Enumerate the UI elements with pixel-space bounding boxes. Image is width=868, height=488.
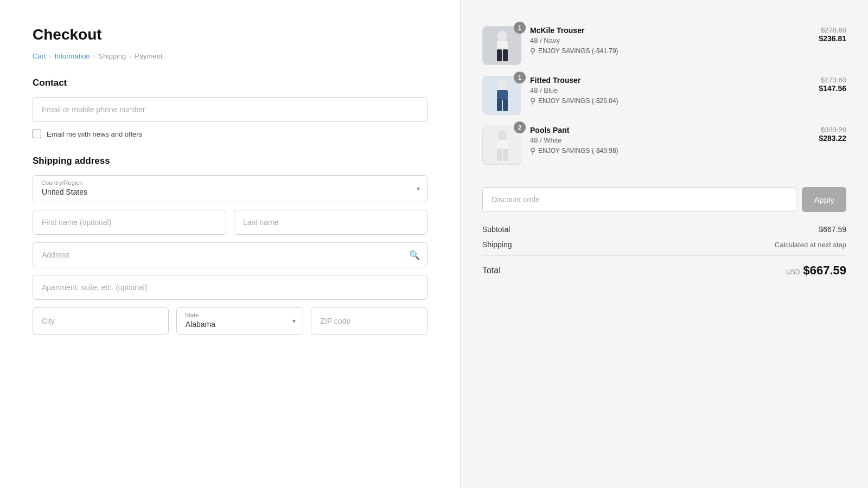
svg-rect-14: [503, 149, 508, 161]
shipping-section-title: Shipping address: [33, 156, 427, 166]
zip-input[interactable]: [311, 307, 427, 335]
item-img-wrapper-2: 1: [482, 76, 521, 115]
item-price-3: $333.20 $283.22: [819, 126, 846, 143]
breadcrumb: Cart › Information › Shipping › Payment: [33, 52, 427, 60]
breadcrumb-payment: Payment: [135, 52, 162, 60]
svg-rect-12: [497, 140, 508, 150]
savings-icon-2: ⚲: [530, 97, 535, 105]
item-discounted-price-3: $283.22: [819, 134, 846, 143]
item-original-price-1: $278.60: [819, 26, 846, 34]
subtotal-row: Subtotal $667.59: [482, 225, 846, 234]
discount-input[interactable]: [482, 187, 796, 212]
newsletter-label[interactable]: Email me with news and offers: [47, 130, 142, 138]
item-badge-3: 2: [514, 121, 526, 133]
total-label: Total: [482, 266, 501, 275]
svg-rect-9: [503, 99, 508, 111]
order-item-1: 1 McKile Trouser 48 / Navy ⚲ ENJOY SAVIN…: [482, 26, 846, 65]
item-name-3: Pools Pant: [530, 126, 810, 134]
state-select[interactable]: Alabama Alaska Arizona California: [176, 307, 304, 335]
page-title: Checkout: [33, 26, 427, 43]
item-variant-3: 48 / White: [530, 136, 810, 144]
name-row: [33, 210, 427, 235]
city-input[interactable]: [33, 307, 169, 335]
svg-point-6: [497, 80, 507, 91]
svg-rect-2: [497, 41, 508, 50]
total-row: Total USD $667.59: [482, 255, 846, 278]
svg-point-11: [497, 130, 507, 141]
svg-rect-13: [497, 149, 502, 161]
item-name-2: Fitted Trouser: [530, 76, 810, 85]
item-savings-1: ⚲ ENJOY SAVINGS (-$41.79): [530, 47, 810, 55]
address-search-icon: 🔍: [409, 250, 420, 260]
svg-rect-3: [497, 49, 502, 61]
left-panel: Checkout Cart › Information › Shipping ›…: [0, 0, 460, 488]
order-items-list: 1 McKile Trouser 48 / Navy ⚲ ENJOY SAVIN…: [482, 26, 846, 165]
newsletter-checkbox[interactable]: [33, 130, 41, 138]
breadcrumb-cart[interactable]: Cart: [33, 52, 46, 60]
item-price-2: $173.60 $147.56: [819, 76, 846, 93]
breadcrumb-sep-2: ›: [93, 53, 95, 60]
svg-rect-4: [503, 49, 508, 61]
address-input[interactable]: [33, 242, 427, 267]
item-details-2: Fitted Trouser 48 / Blue ⚲ ENJOY SAVINGS…: [530, 76, 810, 105]
item-price-1: $278.60 $236.81: [819, 26, 846, 43]
item-discounted-price-2: $147.56: [819, 84, 846, 93]
savings-icon-3: ⚲: [530, 146, 535, 155]
item-original-price-2: $173.60: [819, 76, 846, 84]
state-wrapper: State Alabama Alaska Arizona California …: [176, 307, 304, 335]
newsletter-row: Email me with news and offers: [33, 130, 427, 138]
svg-point-1: [497, 31, 507, 42]
svg-rect-8: [497, 99, 502, 111]
contact-section-title: Contact: [33, 78, 427, 88]
city-state-zip-row: State Alabama Alaska Arizona California …: [33, 307, 427, 335]
breadcrumb-shipping: Shipping: [99, 52, 126, 60]
item-badge-2: 1: [514, 72, 526, 84]
country-group: Country/Region United States ▾: [33, 175, 427, 202]
total-amount: $667.59: [803, 264, 846, 278]
shipping-value: Calculated at next step: [775, 241, 846, 249]
item-variant-1: 48 / Navy: [530, 36, 810, 44]
breadcrumb-sep-1: ›: [49, 53, 52, 60]
item-name-1: McKile Trouser: [530, 26, 810, 35]
item-details-1: McKile Trouser 48 / Navy ⚲ ENJOY SAVINGS…: [530, 26, 810, 55]
item-variant-2: 48 / Blue: [530, 86, 810, 94]
shipping-label: Shipping: [482, 240, 512, 249]
item-discounted-price-1: $236.81: [819, 34, 846, 43]
total-amount-wrapper: USD $667.59: [786, 264, 846, 278]
item-savings-text-1: ENJOY SAVINGS (-$41.79): [538, 47, 618, 55]
email-input[interactable]: [33, 97, 427, 122]
right-panel: 1 McKile Trouser 48 / Navy ⚲ ENJOY SAVIN…: [460, 0, 868, 488]
discount-row: Apply: [482, 187, 846, 212]
item-details-3: Pools Pant 48 / White ⚲ ENJOY SAVINGS (-…: [530, 126, 810, 155]
order-item-3: 2 Pools Pant 48 / White ⚲ ENJOY SAVINGS …: [482, 126, 846, 165]
item-savings-text-2: ENJOY SAVINGS (-$26.04): [538, 97, 618, 105]
shipping-row: Shipping Calculated at next step: [482, 240, 846, 249]
apply-button[interactable]: Apply: [802, 187, 846, 212]
svg-rect-7: [497, 90, 508, 100]
item-savings-text-3: ENJOY SAVINGS (-$49.98): [538, 147, 618, 155]
country-select[interactable]: United States: [33, 175, 427, 202]
item-savings-3: ⚲ ENJOY SAVINGS (-$49.98): [530, 146, 810, 155]
items-divider: [482, 176, 846, 176]
apt-group: [33, 275, 427, 300]
first-name-input[interactable]: [33, 210, 226, 235]
savings-icon-1: ⚲: [530, 47, 535, 55]
country-wrapper: Country/Region United States ▾: [33, 175, 427, 202]
subtotal-label: Subtotal: [482, 225, 510, 234]
total-currency: USD: [786, 268, 800, 276]
breadcrumb-information[interactable]: Information: [55, 52, 90, 60]
breadcrumb-sep-3: ›: [129, 53, 131, 60]
subtotal-value: $667.59: [819, 225, 846, 234]
item-original-price-3: $333.20: [819, 126, 846, 134]
address-group: 🔍: [33, 242, 427, 267]
apt-input[interactable]: [33, 275, 427, 300]
item-badge-1: 1: [514, 22, 526, 34]
item-img-wrapper-3: 2: [482, 126, 521, 165]
item-img-wrapper-1: 1: [482, 26, 521, 65]
item-savings-2: ⚲ ENJOY SAVINGS (-$26.04): [530, 97, 810, 105]
last-name-input[interactable]: [234, 210, 427, 235]
order-item-2: 1 Fitted Trouser 48 / Blue ⚲ ENJOY SAVIN…: [482, 76, 846, 115]
